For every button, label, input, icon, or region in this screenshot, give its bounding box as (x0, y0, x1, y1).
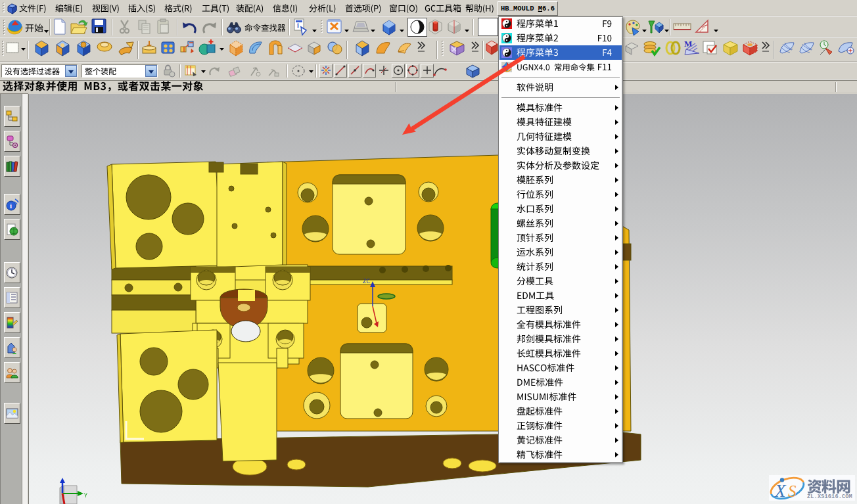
svg-text:X: X (774, 481, 787, 501)
svg-text:S: S (788, 482, 797, 500)
svg-text:i: i (10, 202, 12, 210)
svg-text:M: M (684, 39, 692, 49)
svg-text:i: i (297, 22, 299, 29)
